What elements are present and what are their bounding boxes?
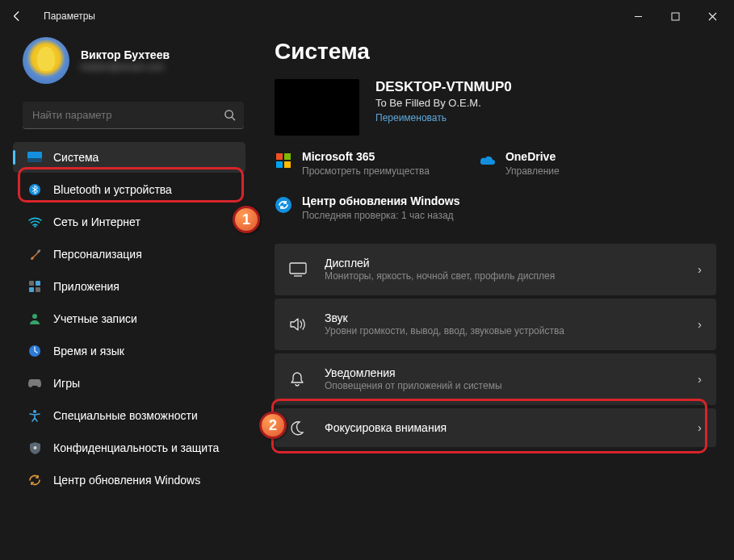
rename-link[interactable]: Переименовать — [375, 112, 512, 123]
svg-rect-11 — [29, 287, 34, 292]
svg-point-7 — [34, 225, 36, 227]
sidebar-item-label: Время и язык — [53, 345, 124, 357]
sidebar-item-system[interactable]: Система — [13, 142, 245, 173]
update-icon — [27, 473, 42, 487]
gamepad-icon — [27, 376, 42, 391]
svg-rect-12 — [36, 287, 40, 292]
wifi-icon — [27, 215, 42, 229]
svg-point-15 — [33, 410, 36, 413]
svg-rect-9 — [29, 281, 34, 286]
tile-windows-update[interactable]: Центр обновления Windows Последняя прове… — [275, 194, 460, 221]
accessibility-icon — [27, 408, 42, 423]
chevron-right-icon: › — [698, 262, 702, 276]
moon-icon — [289, 420, 310, 436]
sidebar-item-time-language[interactable]: Время и язык — [13, 336, 245, 366]
setting-display[interactable]: Дисплей Мониторы, яркость, ночной свет, … — [275, 244, 716, 295]
svg-point-16 — [33, 446, 36, 449]
sidebar-item-privacy[interactable]: Конфиденциальность и защита — [13, 433, 245, 463]
device-block: DESKTOP-VTNMUP0 To Be Filled By O.E.M. П… — [275, 79, 716, 136]
svg-rect-17 — [276, 153, 283, 160]
display-icon — [289, 262, 310, 277]
search-icon — [224, 109, 236, 121]
svg-rect-19 — [276, 161, 283, 168]
sidebar-item-label: Персонализация — [53, 248, 142, 261]
sidebar-item-label: Специальные возможности — [53, 409, 198, 422]
profile-name: Виктор Бухтеев — [81, 48, 170, 61]
maximize-button[interactable] — [656, 3, 694, 29]
update-circle-icon — [275, 196, 292, 214]
window-title: Параметры — [44, 10, 95, 22]
search-box[interactable] — [23, 102, 244, 129]
setting-title: Уведомления — [325, 366, 683, 379]
tile-sub: Управление — [505, 165, 560, 177]
device-name: DESKTOP-VTNMUP0 — [375, 79, 512, 95]
system-icon — [27, 150, 42, 165]
content-area: Система DESKTOP-VTNMUP0 To Be Filled By … — [257, 32, 734, 560]
svg-rect-20 — [284, 161, 291, 168]
bluetooth-icon — [27, 182, 42, 197]
page-title: Система — [275, 39, 716, 65]
sidebar-item-apps[interactable]: Приложения — [13, 271, 245, 302]
chevron-right-icon: › — [698, 317, 702, 331]
sidebar-item-label: Приложения — [53, 280, 120, 293]
setting-focus-assist[interactable]: Фокусировка внимания › — [275, 408, 716, 447]
chevron-right-icon: › — [698, 372, 702, 386]
sidebar-item-accounts[interactable]: Учетные записи — [13, 303, 245, 334]
svg-rect-18 — [284, 153, 291, 160]
titlebar: Параметры — [0, 0, 734, 32]
setting-title: Дисплей — [325, 257, 683, 270]
svg-point-13 — [32, 314, 37, 319]
apps-icon — [27, 279, 42, 294]
sidebar-item-label: Bluetooth и устройства — [53, 183, 172, 196]
sidebar-item-network[interactable]: Сеть и Интернет — [13, 207, 245, 237]
svg-rect-10 — [36, 281, 40, 286]
sidebar-item-gaming[interactable]: Игры — [13, 368, 245, 399]
svg-point-21 — [275, 197, 292, 213]
setting-title: Звук — [325, 311, 683, 324]
sidebar-item-label: Сеть и Интернет — [53, 215, 141, 228]
tile-microsoft-365[interactable]: Microsoft 365 Просмотреть преимущества — [275, 150, 430, 177]
tile-title: Центр обновления Windows — [302, 194, 460, 208]
sidebar-item-accessibility[interactable]: Специальные возможности — [13, 400, 245, 431]
avatar — [23, 37, 69, 84]
minimize-button[interactable] — [619, 3, 656, 29]
back-button[interactable] — [11, 10, 34, 22]
person-icon — [27, 311, 42, 326]
sidebar-item-label: Игры — [53, 377, 80, 390]
setting-notifications[interactable]: Уведомления Оповещения от приложений и с… — [275, 353, 716, 405]
settings-list: Дисплей Мониторы, яркость, ночной свет, … — [275, 244, 716, 447]
tile-title: Microsoft 365 — [302, 150, 430, 164]
sidebar-item-bluetooth[interactable]: Bluetooth и устройства — [13, 174, 245, 205]
sidebar-item-label: Центр обновления Windows — [53, 474, 200, 487]
svg-point-2 — [225, 111, 233, 118]
setting-sub: Уровни громкости, вывод, ввод, звуковые … — [325, 325, 683, 336]
sound-icon — [289, 316, 310, 332]
setting-title: Фокусировка внимания — [325, 421, 683, 434]
shield-icon — [27, 441, 42, 455]
brush-icon — [27, 247, 42, 261]
ms365-icon — [275, 152, 292, 169]
profile-block[interactable]: Виктор Бухтеев hidden@email.com — [8, 32, 250, 97]
search-input[interactable] — [31, 108, 224, 122]
close-button[interactable] — [694, 3, 731, 29]
sidebar-nav: Система Bluetooth и устройства Сеть и Ин… — [8, 140, 250, 497]
bell-icon — [289, 371, 310, 387]
svg-rect-1 — [672, 13, 679, 20]
tile-sub: Просмотреть преимущества — [302, 165, 430, 177]
tile-onedrive[interactable]: OneDrive Управление — [478, 150, 560, 177]
profile-email: hidden@email.com — [81, 61, 170, 73]
chevron-right-icon: › — [698, 420, 702, 434]
tile-sub: Последняя проверка: 1 час назад — [302, 210, 460, 221]
svg-line-3 — [232, 117, 235, 120]
device-oem: To Be Filled By O.E.M. — [375, 97, 512, 109]
setting-sub: Мониторы, яркость, ночной свет, профиль … — [325, 270, 683, 282]
sidebar-item-label: Учетные записи — [53, 312, 137, 325]
svg-rect-22 — [290, 263, 306, 274]
svg-rect-5 — [27, 158, 42, 162]
onedrive-icon — [478, 152, 496, 169]
setting-sound[interactable]: Звук Уровни громкости, вывод, ввод, звук… — [275, 299, 716, 350]
sidebar-item-windows-update[interactable]: Центр обновления Windows — [13, 465, 245, 495]
sidebar-item-personalization[interactable]: Персонализация — [13, 239, 245, 270]
sidebar: Виктор Бухтеев hidden@email.com Система — [0, 32, 257, 560]
setting-sub: Оповещения от приложений и системы — [325, 380, 683, 391]
